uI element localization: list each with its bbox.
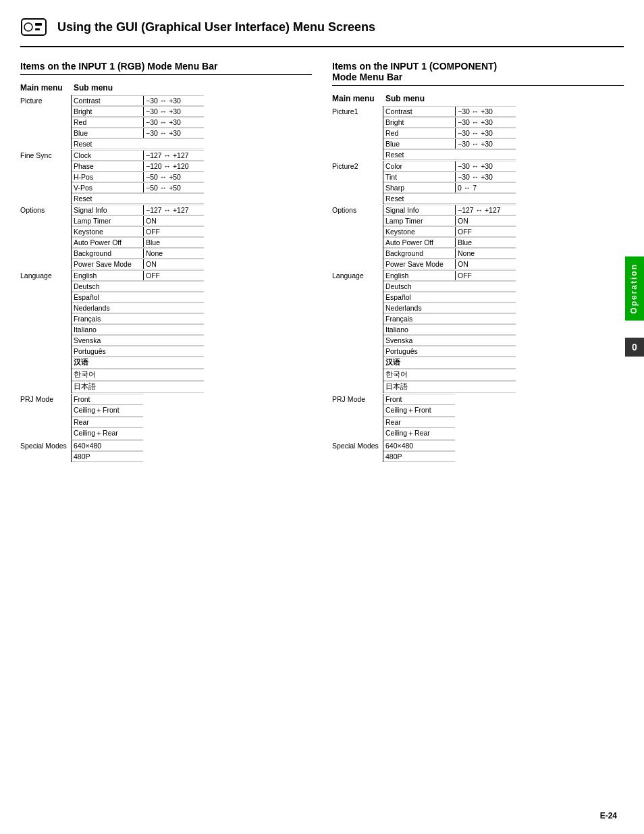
sub-label: V-Pos — [72, 183, 143, 192]
sub-row: 한국어 — [72, 369, 204, 381]
sub-row: Ceiling＋Front — [383, 405, 455, 417]
menu-group: OptionsSignal Info−127 ↔ +127Lamp TimerO… — [332, 205, 624, 269]
main-label: Language — [332, 270, 383, 393]
val-label: −30 ↔ +30 — [455, 161, 516, 171]
main-label: Picture1 — [332, 106, 383, 160]
val-label: OFF — [455, 227, 516, 236]
sub-items: Clock−127 ↔ +127Phase−120 ↔ +120H-Pos−50… — [71, 150, 204, 204]
val-label: None — [143, 249, 204, 258]
svg-rect-0 — [22, 19, 46, 35]
sub-label: Português — [72, 346, 143, 356]
sub-label: Front — [383, 394, 455, 404]
sub-label: 한국어 — [72, 369, 143, 380]
sub-row: Blue−30 ↔ +30 — [72, 128, 204, 138]
sub-row: Nederlands — [72, 303, 204, 313]
val-label: Blue — [455, 238, 516, 247]
sub-label: Lamp Timer — [383, 216, 455, 226]
sub-row: 日本語 — [383, 381, 516, 393]
sub-items: Signal Info−127 ↔ +127Lamp TimerONKeysto… — [383, 205, 516, 269]
sub-label: English — [383, 271, 455, 280]
main-label: Special Modes — [20, 440, 71, 462]
sub-row: KeystoneOFF — [383, 226, 516, 237]
sub-row: 日本語 — [72, 381, 204, 393]
svg-rect-2 — [35, 23, 42, 26]
main-label: Language — [20, 270, 71, 393]
sub-label: Blue — [383, 139, 455, 149]
left-menu: PictureContrast−30 ↔ +30Bright−30 ↔ +30R… — [20, 95, 312, 462]
sub-row: Deutsch — [383, 281, 516, 292]
menu-group: Picture2Color−30 ↔ +30Tint−30 ↔ +30Sharp… — [332, 161, 624, 204]
sub-label: Ceiling＋Rear — [383, 428, 455, 439]
sub-label: Bright — [72, 107, 143, 116]
sub-label: Nederlands — [72, 303, 143, 313]
val-label: −30 ↔ +30 — [455, 172, 516, 182]
sub-row: Reset — [383, 193, 516, 204]
sub-items: 640×480480P — [383, 440, 455, 462]
sub-items: 640×480480P — [71, 440, 143, 462]
menu-group: Picture1Contrast−30 ↔ +30Bright−30 ↔ +30… — [332, 106, 624, 160]
sub-label: Lamp Timer — [72, 216, 143, 226]
val-label: ON — [143, 216, 204, 226]
val-label: ON — [143, 259, 204, 269]
sub-row: Português — [383, 346, 516, 357]
header: Using the GUI (Graphical User Interface)… — [20, 14, 624, 47]
sub-row: Clock−127 ↔ +127 — [72, 150, 204, 161]
sub-row: Blue−30 ↔ +30 — [383, 138, 516, 149]
sub-label: Power Save Mode — [72, 259, 143, 269]
sub-row: Rear — [72, 417, 143, 427]
main-label: Options — [332, 205, 383, 269]
sub-label: Français — [383, 314, 455, 323]
sub-label: Español — [383, 292, 455, 302]
sub-row: Contrast−30 ↔ +30 — [72, 95, 204, 106]
sub-row: Español — [383, 292, 516, 303]
sub-items: Color−30 ↔ +30Tint−30 ↔ +30Sharp0 ↔ 7Res… — [383, 161, 516, 204]
main-label: Options — [20, 205, 71, 269]
sub-label: Keystone — [383, 227, 455, 236]
sub-label: Tint — [383, 172, 455, 182]
right-section-title: Items on the INPUT 1 (COMPONENT) Mode Me… — [332, 61, 624, 86]
sub-label: Deutsch — [383, 282, 455, 291]
sub-label: Nederlands — [383, 303, 455, 313]
right-main-header: Main menu — [332, 94, 384, 103]
val-label: None — [455, 249, 516, 258]
menu-group: OptionsSignal Info−127 ↔ +127Lamp TimerO… — [20, 205, 312, 269]
sub-label: Italiano — [72, 325, 143, 334]
sub-label: Rear — [72, 417, 143, 427]
sub-label: Signal Info — [72, 205, 143, 215]
sub-row: EnglishOFF — [72, 270, 204, 281]
sub-items: FrontCeiling＋FrontRearCeiling＋Rear — [71, 394, 143, 440]
sub-row: Sharp0 ↔ 7 — [383, 182, 516, 193]
sub-label: 480P — [72, 452, 143, 461]
sub-label: Auto Power Off — [383, 238, 455, 247]
sub-items: Contrast−30 ↔ +30Bright−30 ↔ +30Red−30 ↔… — [71, 95, 204, 149]
sub-row: H-Pos−50 ↔ +50 — [72, 172, 204, 182]
right-menu: Picture1Contrast−30 ↔ +30Bright−30 ↔ +30… — [332, 106, 624, 462]
sub-label: 640×480 — [72, 441, 143, 450]
main-label: Picture2 — [332, 161, 383, 204]
sub-row: 汉语 — [383, 357, 516, 369]
sub-label: 한국어 — [383, 369, 455, 380]
sub-label: Svenska — [72, 336, 143, 345]
sub-row: Bright−30 ↔ +30 — [72, 106, 204, 117]
projector-icon — [20, 14, 47, 41]
val-label: −120 ↔ +120 — [143, 161, 204, 171]
sub-row: Reset — [72, 138, 204, 149]
sub-items: FrontCeiling＋FrontRearCeiling＋Rear — [383, 394, 455, 440]
val-label: ON — [455, 216, 516, 226]
sub-items: Contrast−30 ↔ +30Bright−30 ↔ +30Red−30 ↔… — [383, 106, 516, 160]
sub-label: 日本語 — [383, 382, 455, 392]
sub-row: Color−30 ↔ +30 — [383, 161, 516, 172]
val-label: −127 ↔ +127 — [143, 151, 204, 160]
sub-row: 640×480 — [72, 440, 143, 451]
header-title: Using the GUI (Graphical User Interface)… — [57, 20, 375, 34]
sub-row: Italiano — [72, 324, 204, 335]
sub-row: Español — [72, 292, 204, 303]
sub-items: EnglishOFFDeutschEspañolNederlandsFrança… — [71, 270, 204, 393]
right-col-headers: Main menu Sub menu — [332, 94, 624, 103]
left-main-header: Main menu — [20, 83, 72, 93]
sub-row: BackgroundNone — [383, 248, 516, 259]
left-column: Items on the INPUT 1 (RGB) Mode Menu Bar… — [20, 61, 312, 463]
sub-row: Français — [383, 313, 516, 324]
menu-group: LanguageEnglishOFFDeutschEspañolNederlan… — [332, 270, 624, 393]
right-sub-header: Sub menu — [385, 94, 458, 103]
